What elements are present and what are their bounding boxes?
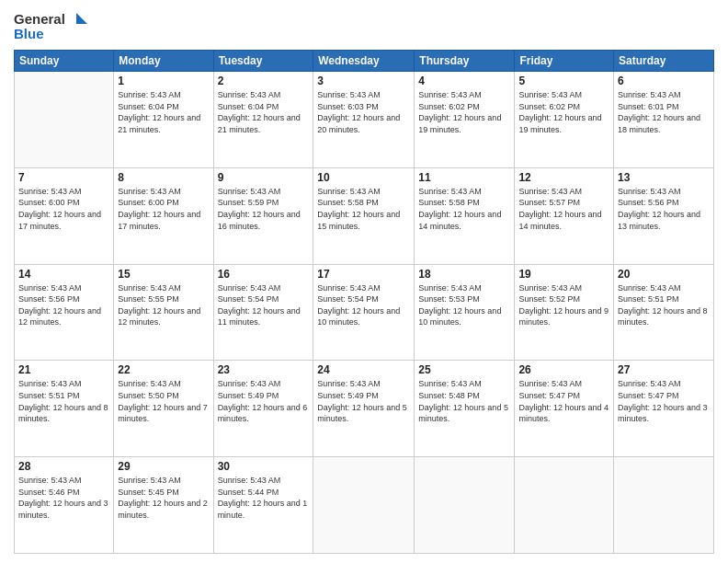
day-info: Sunrise: 5:43 AMSunset: 5:56 PMDaylight:…	[18, 282, 109, 328]
day-number: 5	[518, 75, 609, 87]
day-info: Sunrise: 5:43 AMSunset: 5:50 PMDaylight:…	[118, 378, 209, 424]
day-info: Sunrise: 5:43 AMSunset: 5:56 PMDaylight:…	[618, 186, 710, 232]
weekday-header-saturday: Saturday	[614, 51, 714, 72]
calendar-cell	[313, 457, 415, 554]
day-number: 26	[518, 363, 609, 376]
day-info: Sunrise: 5:43 AMSunset: 6:03 PMDaylight:…	[317, 89, 410, 135]
day-number: 1	[118, 75, 209, 87]
day-number: 13	[618, 171, 710, 184]
calendar-cell: 17Sunrise: 5:43 AMSunset: 5:54 PMDayligh…	[313, 264, 415, 361]
calendar-cell: 5Sunrise: 5:43 AMSunset: 6:02 PMDaylight…	[515, 72, 614, 168]
day-info: Sunrise: 5:43 AMSunset: 5:51 PMDaylight:…	[618, 282, 710, 328]
calendar-cell: 26Sunrise: 5:43 AMSunset: 5:47 PMDayligh…	[515, 361, 614, 457]
day-number: 20	[618, 268, 710, 281]
day-info: Sunrise: 5:43 AMSunset: 5:58 PMDaylight:…	[418, 186, 510, 232]
calendar-cell: 6Sunrise: 5:43 AMSunset: 6:01 PMDaylight…	[614, 72, 714, 168]
calendar-cell: 14Sunrise: 5:43 AMSunset: 5:56 PMDayligh…	[15, 264, 114, 361]
week-row-3: 14Sunrise: 5:43 AMSunset: 5:56 PMDayligh…	[15, 264, 714, 361]
day-number: 24	[317, 363, 410, 376]
calendar-cell	[415, 457, 515, 554]
day-info: Sunrise: 5:43 AMSunset: 5:49 PMDaylight:…	[317, 378, 410, 424]
day-info: Sunrise: 5:43 AMSunset: 6:00 PMDaylight:…	[118, 186, 209, 232]
day-number: 6	[618, 75, 710, 87]
calendar-cell: 3Sunrise: 5:43 AMSunset: 6:03 PMDaylight…	[313, 72, 415, 168]
day-number: 15	[118, 268, 209, 281]
day-number: 27	[618, 363, 710, 376]
weekday-header-thursday: Thursday	[415, 51, 515, 72]
weekday-header-sunday: Sunday	[15, 51, 114, 72]
day-info: Sunrise: 5:43 AMSunset: 6:01 PMDaylight:…	[618, 89, 710, 135]
calendar-cell: 20Sunrise: 5:43 AMSunset: 5:51 PMDayligh…	[614, 264, 714, 361]
day-number: 9	[218, 171, 310, 184]
calendar-cell: 16Sunrise: 5:43 AMSunset: 5:54 PMDayligh…	[213, 264, 313, 361]
calendar-cell: 7Sunrise: 5:43 AMSunset: 6:00 PMDaylight…	[15, 167, 114, 264]
calendar-cell: 13Sunrise: 5:43 AMSunset: 5:56 PMDayligh…	[614, 167, 714, 264]
day-number: 7	[18, 171, 109, 184]
day-info: Sunrise: 5:43 AMSunset: 5:48 PMDaylight:…	[418, 378, 510, 424]
svg-marker-2	[76, 13, 87, 24]
calendar-cell: 30Sunrise: 5:43 AMSunset: 5:44 PMDayligh…	[213, 457, 313, 554]
day-number: 22	[118, 363, 209, 376]
weekday-header-row: SundayMondayTuesdayWednesdayThursdayFrid…	[15, 51, 714, 72]
logo-svg: GeneralBlue	[14, 9, 87, 44]
calendar-cell: 2Sunrise: 5:43 AMSunset: 6:04 PMDaylight…	[213, 72, 313, 168]
day-info: Sunrise: 5:43 AMSunset: 6:00 PMDaylight:…	[18, 186, 109, 232]
calendar-cell: 4Sunrise: 5:43 AMSunset: 6:02 PMDaylight…	[415, 72, 515, 168]
day-number: 2	[218, 75, 310, 87]
calendar-cell: 1Sunrise: 5:43 AMSunset: 6:04 PMDaylight…	[114, 72, 213, 168]
day-info: Sunrise: 5:43 AMSunset: 5:52 PMDaylight:…	[518, 282, 609, 328]
calendar-cell: 18Sunrise: 5:43 AMSunset: 5:53 PMDayligh…	[415, 264, 515, 361]
day-info: Sunrise: 5:43 AMSunset: 5:46 PMDaylight:…	[18, 475, 109, 521]
day-number: 21	[18, 363, 109, 376]
day-info: Sunrise: 5:43 AMSunset: 5:45 PMDaylight:…	[118, 475, 209, 521]
day-info: Sunrise: 5:43 AMSunset: 6:02 PMDaylight:…	[518, 89, 609, 135]
calendar-cell	[15, 72, 114, 168]
week-row-2: 7Sunrise: 5:43 AMSunset: 6:00 PMDaylight…	[15, 167, 714, 264]
day-number: 10	[317, 171, 410, 184]
day-number: 28	[18, 460, 109, 473]
svg-text:General: General	[14, 11, 65, 27]
week-row-5: 28Sunrise: 5:43 AMSunset: 5:46 PMDayligh…	[15, 457, 714, 554]
calendar-cell: 27Sunrise: 5:43 AMSunset: 5:47 PMDayligh…	[614, 361, 714, 457]
day-info: Sunrise: 5:43 AMSunset: 5:54 PMDaylight:…	[317, 282, 410, 328]
day-number: 25	[418, 363, 510, 376]
day-info: Sunrise: 5:43 AMSunset: 5:44 PMDaylight:…	[218, 475, 310, 521]
calendar-cell: 12Sunrise: 5:43 AMSunset: 5:57 PMDayligh…	[515, 167, 614, 264]
svg-text:Blue: Blue	[14, 26, 44, 41]
day-info: Sunrise: 5:43 AMSunset: 6:02 PMDaylight:…	[418, 89, 510, 135]
day-number: 19	[518, 268, 609, 281]
day-number: 12	[518, 171, 609, 184]
week-row-1: 1Sunrise: 5:43 AMSunset: 6:04 PMDaylight…	[15, 72, 714, 168]
week-row-4: 21Sunrise: 5:43 AMSunset: 5:51 PMDayligh…	[15, 361, 714, 457]
day-info: Sunrise: 5:43 AMSunset: 5:51 PMDaylight:…	[18, 378, 109, 424]
day-number: 23	[218, 363, 310, 376]
day-info: Sunrise: 5:43 AMSunset: 5:57 PMDaylight:…	[518, 186, 609, 232]
day-info: Sunrise: 5:43 AMSunset: 5:59 PMDaylight:…	[218, 186, 310, 232]
day-number: 17	[317, 268, 410, 281]
day-number: 18	[418, 268, 510, 281]
page: GeneralBlue SundayMondayTuesdayWednesday…	[0, 0, 728, 563]
day-info: Sunrise: 5:43 AMSunset: 5:54 PMDaylight:…	[218, 282, 310, 328]
weekday-header-tuesday: Tuesday	[213, 51, 313, 72]
weekday-header-friday: Friday	[515, 51, 614, 72]
calendar-cell: 19Sunrise: 5:43 AMSunset: 5:52 PMDayligh…	[515, 264, 614, 361]
calendar-cell: 11Sunrise: 5:43 AMSunset: 5:58 PMDayligh…	[415, 167, 515, 264]
calendar-cell: 23Sunrise: 5:43 AMSunset: 5:49 PMDayligh…	[213, 361, 313, 457]
calendar-cell: 28Sunrise: 5:43 AMSunset: 5:46 PMDayligh…	[15, 457, 114, 554]
header: GeneralBlue	[14, 9, 714, 44]
day-info: Sunrise: 5:43 AMSunset: 5:47 PMDaylight:…	[618, 378, 710, 424]
calendar-cell: 29Sunrise: 5:43 AMSunset: 5:45 PMDayligh…	[114, 457, 213, 554]
day-number: 29	[118, 460, 209, 473]
calendar-cell: 10Sunrise: 5:43 AMSunset: 5:58 PMDayligh…	[313, 167, 415, 264]
day-info: Sunrise: 5:43 AMSunset: 6:04 PMDaylight:…	[218, 89, 310, 135]
day-number: 4	[418, 75, 510, 87]
day-number: 14	[18, 268, 109, 281]
day-number: 16	[218, 268, 310, 281]
calendar-cell: 22Sunrise: 5:43 AMSunset: 5:50 PMDayligh…	[114, 361, 213, 457]
weekday-header-wednesday: Wednesday	[313, 51, 415, 72]
day-number: 11	[418, 171, 510, 184]
day-info: Sunrise: 5:43 AMSunset: 5:58 PMDaylight:…	[317, 186, 410, 232]
day-number: 30	[218, 460, 310, 473]
calendar-cell: 9Sunrise: 5:43 AMSunset: 5:59 PMDaylight…	[213, 167, 313, 264]
day-info: Sunrise: 5:43 AMSunset: 5:49 PMDaylight:…	[218, 378, 310, 424]
